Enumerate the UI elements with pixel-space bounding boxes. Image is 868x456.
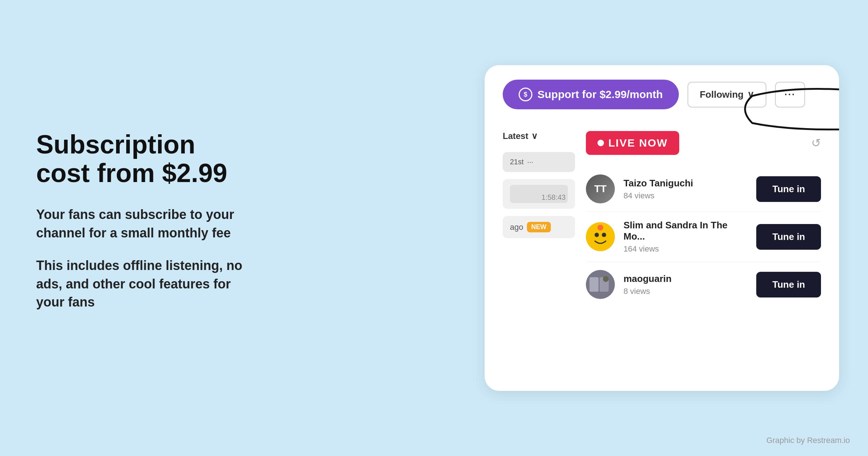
stream-views-1: 84 views [624, 191, 748, 200]
refresh-icon[interactable]: ↺ [811, 136, 821, 150]
ago-label: ago [510, 223, 523, 232]
stream-info-3: maoguarin 8 views [624, 273, 748, 296]
svg-point-2 [602, 233, 606, 237]
slim-avatar-icon [586, 222, 615, 251]
list-item-2: 1:58:43 [503, 179, 575, 209]
more-button[interactable]: ··· [775, 82, 805, 107]
stream-info-2: Slim and Sandra In The Mo... 164 views [624, 220, 748, 254]
chevron-down-icon: ∨ [747, 89, 754, 100]
latest-button[interactable]: Latest ∨ [503, 131, 575, 141]
stream-views-3: 8 views [624, 287, 748, 296]
body-text-1: Your fans can subscribe to your channel … [36, 206, 246, 242]
watermark: Graphic by Restream.io [766, 436, 850, 445]
support-label: Support for $2.99/month [537, 88, 663, 101]
following-button[interactable]: Following ∨ [688, 82, 766, 107]
list-item-3: ago NEW [503, 216, 575, 238]
svg-point-7 [603, 276, 609, 282]
latest-label: Latest [503, 131, 528, 141]
live-dot [597, 140, 604, 146]
avatar-taizo: TT [586, 174, 615, 203]
top-bar: $ Support for $2.99/month Following ∨ ··… [503, 80, 821, 109]
more-label: ··· [784, 89, 796, 100]
body-text-2: This includes offline listening, no ads,… [36, 257, 246, 311]
left-section: Subscription cost from $2.99 Your fans c… [36, 130, 246, 326]
dots-icon: ··· [527, 158, 533, 166]
right-panel: LIVE NOW ↺ TT Taizo Taniguchi 84 views T… [575, 131, 821, 307]
svg-point-1 [595, 233, 599, 237]
new-badge: NEW [527, 222, 551, 232]
list-item-1: 21st ··· [503, 152, 575, 172]
svg-point-3 [597, 225, 603, 231]
latest-chevron-icon: ∨ [531, 131, 538, 141]
stream-item-2: Slim and Sandra In The Mo... 164 views T… [586, 212, 821, 262]
support-button[interactable]: $ Support for $2.99/month [503, 80, 679, 109]
date-label: 21st [510, 158, 524, 166]
left-panel: Latest ∨ 21st ··· 1:58:43 ago NEW [503, 131, 575, 307]
live-label: LIVE NOW [608, 137, 668, 149]
live-badge: LIVE NOW [586, 131, 679, 155]
avatar-mao [586, 270, 615, 299]
stream-item-1: TT Taizo Taniguchi 84 views Tune in [586, 166, 821, 212]
ui-card: $ Support for $2.99/month Following ∨ ··… [485, 65, 839, 391]
headline: Subscription cost from $2.99 [36, 130, 246, 187]
content-area: Latest ∨ 21st ··· 1:58:43 ago NEW [503, 131, 821, 307]
stream-item-3: maoguarin 8 views Tune in [586, 262, 821, 307]
tune-button-3[interactable]: Tune in [756, 272, 821, 297]
svg-rect-5 [590, 277, 599, 292]
following-label: Following [700, 89, 744, 100]
coin-icon: $ [519, 88, 532, 101]
stream-views-2: 164 views [624, 244, 748, 254]
stream-name-3: maoguarin [624, 273, 748, 284]
tune-button-1[interactable]: Tune in [756, 176, 821, 202]
stream-name-2: Slim and Sandra In The Mo... [624, 220, 748, 242]
stream-info-1: Taizo Taniguchi 84 views [624, 178, 748, 200]
timestamp: 1:58:43 [541, 193, 566, 202]
tune-button-2[interactable]: Tune in [756, 224, 821, 250]
stream-name-1: Taizo Taniguchi [624, 178, 748, 189]
live-header: LIVE NOW ↺ [586, 131, 821, 155]
avatar-slim [586, 222, 615, 251]
mao-avatar-icon [586, 270, 615, 299]
